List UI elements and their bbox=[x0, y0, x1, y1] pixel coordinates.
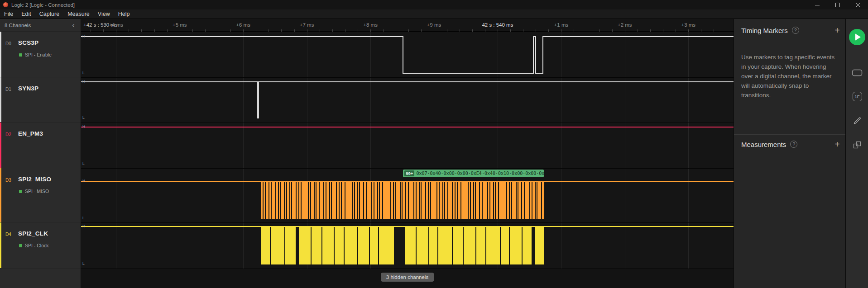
tool-rail: 1F bbox=[845, 19, 868, 288]
channel-name: EN_PM3 bbox=[18, 130, 43, 137]
menu-file[interactable]: File bbox=[0, 9, 17, 19]
close-button[interactable] bbox=[848, 0, 868, 9]
channel-card-d1[interactable]: D1 SYN3P bbox=[0, 77, 81, 123]
play-icon bbox=[849, 29, 865, 45]
ruler-minor-tick bbox=[434, 29, 434, 32]
signal-burst-bar bbox=[422, 181, 425, 219]
signal-line bbox=[259, 81, 734, 82]
ruler-minor-tick bbox=[345, 29, 345, 32]
menu-view[interactable]: View bbox=[94, 9, 114, 19]
waveform-row-d2[interactable]: HL bbox=[81, 123, 734, 168]
ruler-minor-tick bbox=[358, 29, 358, 32]
signal-burst-bar bbox=[488, 181, 489, 219]
collapse-sidebar-icon[interactable]: ‹ bbox=[71, 22, 76, 29]
ruler-minor-tick bbox=[167, 29, 168, 32]
timing-markers-title: Timing Markers bbox=[741, 27, 788, 34]
signal-burst-bar bbox=[264, 181, 265, 219]
decoded-bytes-text: 0x07·0x40·0x00·0x00·0xE4·0x40·0x10·0x00·… bbox=[416, 171, 544, 176]
ruler-tick-label: +5 ms bbox=[173, 22, 187, 28]
signal-burst-bar bbox=[266, 181, 269, 219]
signal-burst-bar bbox=[292, 181, 296, 219]
ruler-minor-tick bbox=[638, 29, 638, 32]
layout-button[interactable] bbox=[846, 140, 868, 150]
waveform-row-d1[interactable]: HL bbox=[81, 77, 734, 123]
signal-burst-bar bbox=[326, 181, 329, 219]
menu-help[interactable]: Help bbox=[114, 9, 134, 19]
add-timing-marker-button[interactable]: + bbox=[834, 26, 840, 34]
signal-burst-bar bbox=[535, 226, 544, 264]
channel-index: D4 bbox=[5, 232, 11, 237]
signal-burst-bar bbox=[391, 181, 393, 219]
channel-analyzer: SPI - Clock bbox=[19, 243, 49, 248]
maximize-button[interactable] bbox=[827, 0, 848, 9]
annotations-button[interactable] bbox=[846, 116, 868, 126]
signal-burst-bar bbox=[461, 181, 468, 219]
signal-line bbox=[403, 73, 533, 74]
plot-bottom-strip: 3 hidden channels bbox=[81, 269, 734, 288]
signal-burst-bar bbox=[542, 181, 544, 219]
waveform-row-d0[interactable]: HL bbox=[81, 32, 734, 77]
signal-burst-bar bbox=[525, 181, 529, 219]
ruler-tick-label: +2 ms bbox=[618, 22, 632, 28]
ruler-minor-tick bbox=[421, 29, 422, 32]
help-icon[interactable]: ? bbox=[790, 141, 797, 148]
signal-burst-bar bbox=[501, 226, 509, 264]
signal-burst-bar bbox=[480, 181, 482, 219]
menu-measure[interactable]: Measure bbox=[63, 9, 94, 19]
channel-card-d4[interactable]: D4 SPI2_CLK SPI - Clock bbox=[0, 222, 81, 269]
minimize-button[interactable] bbox=[807, 0, 827, 9]
ruler-tick-label: +4 ms bbox=[109, 22, 123, 28]
ruler-minor-tick bbox=[243, 29, 244, 32]
menu-edit[interactable]: Edit bbox=[17, 9, 35, 19]
channel-color-strip bbox=[0, 77, 1, 122]
signal-burst-bar bbox=[285, 226, 296, 264]
menu-capture[interactable]: Capture bbox=[35, 9, 63, 19]
ruler-minor-tick bbox=[370, 29, 371, 32]
signal-burst-bar bbox=[394, 181, 395, 219]
signal-burst-bar bbox=[499, 181, 506, 219]
analyzers-1f-icon: 1F bbox=[853, 92, 862, 101]
waveform-area[interactable]: +42 s : 530 ms +4 ms+5 ms+6 ms+7 ms+8 ms… bbox=[81, 19, 734, 288]
help-icon[interactable]: ? bbox=[792, 27, 799, 34]
signal-burst-bar bbox=[483, 181, 487, 219]
device-settings-button[interactable] bbox=[846, 68, 868, 78]
analyzers-button[interactable]: 1F bbox=[846, 91, 868, 101]
ruler-minor-tick bbox=[294, 29, 295, 32]
app-window: Logic 2 [Logic - Connected] File Edit Ca… bbox=[0, 0, 868, 288]
channel-card-d0[interactable]: D0 SCS3P SPI - Enable bbox=[0, 32, 81, 77]
signal-burst-bar bbox=[420, 181, 421, 219]
signal-burst-bar bbox=[279, 181, 280, 219]
signal-burst-bar bbox=[530, 181, 532, 219]
channel-index: D2 bbox=[5, 132, 11, 137]
signal-edge bbox=[403, 36, 403, 74]
ruler-minor-tick bbox=[383, 29, 384, 32]
hidden-channels-button[interactable]: 3 hidden channels bbox=[381, 273, 434, 282]
signal-burst-bar bbox=[364, 181, 366, 219]
signal-burst-bar bbox=[358, 226, 369, 264]
time-ruler[interactable]: +42 s : 530 ms +4 ms+5 ms+6 ms+7 ms+8 ms… bbox=[81, 19, 734, 32]
signal-burst-bar bbox=[453, 226, 463, 264]
signal-burst-bar bbox=[345, 226, 357, 264]
ruler-minor-tick bbox=[180, 29, 180, 32]
channel-card-d2[interactable]: D2 EN_PM3 bbox=[0, 123, 81, 168]
signal-burst-bar bbox=[406, 181, 408, 219]
signal-burst-bar bbox=[287, 181, 289, 219]
capture-play-button[interactable] bbox=[849, 29, 865, 45]
waveform-row-d4[interactable]: HL bbox=[81, 222, 734, 269]
signal-burst-bar bbox=[261, 226, 270, 264]
signal-burst-bar bbox=[409, 181, 413, 219]
level-label-high: H bbox=[82, 79, 85, 84]
add-measurement-button[interactable]: + bbox=[834, 140, 840, 148]
signal-burst-bar bbox=[510, 181, 511, 219]
ruler-minor-tick bbox=[663, 29, 663, 32]
signal-edge bbox=[533, 36, 534, 74]
signal-burst-bar bbox=[448, 181, 452, 219]
signal-burst-bar bbox=[469, 181, 470, 219]
signal-line bbox=[81, 36, 403, 37]
channel-card-d3[interactable]: D3 SPI2_MISO SPI - MISO bbox=[0, 168, 81, 222]
signal-burst-bar bbox=[458, 181, 460, 219]
ruler-tick-label: +8 ms bbox=[363, 22, 378, 28]
ruler-minor-tick bbox=[205, 29, 206, 32]
signal-burst-bar bbox=[322, 226, 334, 264]
signal-edge bbox=[258, 81, 259, 118]
